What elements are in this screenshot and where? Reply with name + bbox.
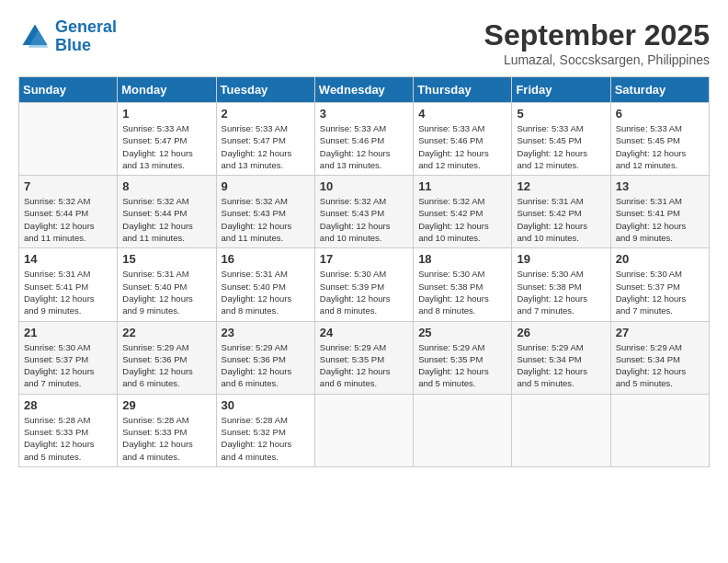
header-friday: Friday (512, 77, 610, 103)
calendar-cell (512, 394, 610, 466)
logo-icon (18, 20, 51, 53)
calendar-cell: 27Sunrise: 5:29 AM Sunset: 5:34 PM Dayli… (610, 321, 709, 394)
day-number: 6 (616, 107, 704, 121)
calendar-cell: 23Sunrise: 5:29 AM Sunset: 5:36 PM Dayli… (216, 321, 314, 394)
day-number: 18 (418, 252, 506, 266)
day-number: 9 (222, 179, 310, 193)
day-info: Sunrise: 5:29 AM Sunset: 5:35 PM Dayligh… (320, 341, 408, 390)
calendar-cell: 15Sunrise: 5:31 AM Sunset: 5:40 PM Dayli… (118, 248, 216, 321)
logo: General Blue (18, 18, 117, 55)
day-number: 1 (122, 107, 210, 121)
day-info: Sunrise: 5:29 AM Sunset: 5:35 PM Dayligh… (418, 341, 506, 390)
calendar-cell: 12Sunrise: 5:31 AM Sunset: 5:42 PM Dayli… (512, 176, 610, 248)
calendar-cell: 7Sunrise: 5:32 AM Sunset: 5:44 PM Daylig… (19, 176, 118, 248)
day-number: 26 (517, 326, 605, 339)
calendar-cell (314, 394, 413, 466)
calendar-cell: 21Sunrise: 5:30 AM Sunset: 5:37 PM Dayli… (19, 321, 118, 394)
day-number: 29 (122, 398, 210, 412)
header-saturday: Saturday (610, 77, 709, 103)
day-number: 19 (517, 252, 605, 266)
day-info: Sunrise: 5:30 AM Sunset: 5:39 PM Dayligh… (320, 268, 408, 316)
calendar-cell: 22Sunrise: 5:29 AM Sunset: 5:36 PM Dayli… (118, 321, 216, 394)
day-number: 16 (222, 252, 310, 266)
day-number: 25 (418, 326, 506, 339)
day-info: Sunrise: 5:30 AM Sunset: 5:37 PM Dayligh… (24, 341, 112, 390)
week-row-2: 7Sunrise: 5:32 AM Sunset: 5:44 PM Daylig… (19, 176, 710, 248)
day-info: Sunrise: 5:31 AM Sunset: 5:42 PM Dayligh… (517, 195, 605, 244)
calendar-cell: 18Sunrise: 5:30 AM Sunset: 5:38 PM Dayli… (414, 248, 512, 321)
logo-line1: General (55, 17, 117, 36)
day-number: 21 (24, 326, 112, 339)
week-row-5: 28Sunrise: 5:28 AM Sunset: 5:33 PM Dayli… (19, 394, 710, 466)
calendar-cell: 29Sunrise: 5:28 AM Sunset: 5:33 PM Dayli… (118, 394, 216, 466)
calendar-cell: 16Sunrise: 5:31 AM Sunset: 5:40 PM Dayli… (216, 248, 314, 321)
day-number: 13 (616, 179, 704, 193)
calendar-cell: 26Sunrise: 5:29 AM Sunset: 5:34 PM Dayli… (512, 321, 610, 394)
day-number: 3 (320, 107, 408, 121)
header-monday: Monday (118, 77, 216, 103)
day-number: 27 (616, 326, 704, 339)
day-number: 10 (320, 179, 408, 193)
calendar-cell (610, 394, 709, 466)
week-row-3: 14Sunrise: 5:31 AM Sunset: 5:41 PM Dayli… (19, 248, 710, 321)
calendar-header-row: SundayMondayTuesdayWednesdayThursdayFrid… (19, 77, 710, 103)
day-info: Sunrise: 5:33 AM Sunset: 5:46 PM Dayligh… (320, 122, 408, 171)
calendar-cell: 2Sunrise: 5:33 AM Sunset: 5:47 PM Daylig… (216, 103, 314, 176)
calendar-cell: 25Sunrise: 5:29 AM Sunset: 5:35 PM Dayli… (414, 321, 512, 394)
day-number: 20 (616, 252, 704, 266)
day-number: 23 (222, 326, 310, 339)
day-info: Sunrise: 5:30 AM Sunset: 5:37 PM Dayligh… (616, 268, 704, 316)
day-number: 28 (24, 398, 112, 412)
day-info: Sunrise: 5:28 AM Sunset: 5:33 PM Dayligh… (24, 414, 112, 463)
day-info: Sunrise: 5:32 AM Sunset: 5:43 PM Dayligh… (320, 195, 408, 244)
logo-text: General Blue (55, 18, 117, 55)
day-info: Sunrise: 5:32 AM Sunset: 5:44 PM Dayligh… (122, 195, 210, 244)
title-block: September 2025 Lumazal, Soccsksargen, Ph… (484, 18, 710, 67)
day-number: 4 (418, 107, 506, 121)
day-number: 7 (24, 179, 112, 193)
header-tuesday: Tuesday (216, 77, 314, 103)
calendar-cell: 4Sunrise: 5:33 AM Sunset: 5:46 PM Daylig… (414, 103, 512, 176)
calendar-cell (414, 394, 512, 466)
day-info: Sunrise: 5:29 AM Sunset: 5:34 PM Dayligh… (517, 341, 605, 390)
day-number: 15 (122, 252, 210, 266)
calendar-cell: 10Sunrise: 5:32 AM Sunset: 5:43 PM Dayli… (314, 176, 413, 248)
day-info: Sunrise: 5:31 AM Sunset: 5:41 PM Dayligh… (24, 268, 112, 316)
header-sunday: Sunday (19, 77, 118, 103)
calendar-cell: 20Sunrise: 5:30 AM Sunset: 5:37 PM Dayli… (610, 248, 709, 321)
calendar-cell: 3Sunrise: 5:33 AM Sunset: 5:46 PM Daylig… (314, 103, 413, 176)
day-info: Sunrise: 5:28 AM Sunset: 5:33 PM Dayligh… (122, 414, 210, 463)
calendar-cell (19, 103, 118, 176)
calendar-cell: 30Sunrise: 5:28 AM Sunset: 5:32 PM Dayli… (216, 394, 314, 466)
day-info: Sunrise: 5:29 AM Sunset: 5:36 PM Dayligh… (122, 341, 210, 390)
week-row-4: 21Sunrise: 5:30 AM Sunset: 5:37 PM Dayli… (19, 321, 710, 394)
calendar-cell: 24Sunrise: 5:29 AM Sunset: 5:35 PM Dayli… (314, 321, 413, 394)
calendar-cell: 14Sunrise: 5:31 AM Sunset: 5:41 PM Dayli… (19, 248, 118, 321)
calendar-cell: 9Sunrise: 5:32 AM Sunset: 5:43 PM Daylig… (216, 176, 314, 248)
calendar-cell: 8Sunrise: 5:32 AM Sunset: 5:44 PM Daylig… (118, 176, 216, 248)
calendar-cell: 5Sunrise: 5:33 AM Sunset: 5:45 PM Daylig… (512, 103, 610, 176)
calendar-cell: 17Sunrise: 5:30 AM Sunset: 5:39 PM Dayli… (314, 248, 413, 321)
day-info: Sunrise: 5:31 AM Sunset: 5:41 PM Dayligh… (616, 195, 704, 244)
calendar-table: SundayMondayTuesdayWednesdayThursdayFrid… (18, 76, 710, 467)
week-row-1: 1Sunrise: 5:33 AM Sunset: 5:47 PM Daylig… (19, 103, 710, 176)
calendar-cell: 11Sunrise: 5:32 AM Sunset: 5:42 PM Dayli… (414, 176, 512, 248)
calendar-cell: 6Sunrise: 5:33 AM Sunset: 5:45 PM Daylig… (610, 103, 709, 176)
day-number: 12 (517, 179, 605, 193)
day-number: 8 (122, 179, 210, 193)
day-info: Sunrise: 5:32 AM Sunset: 5:44 PM Dayligh… (24, 195, 112, 244)
page-header: General Blue September 2025 Lumazal, Soc… (18, 18, 710, 67)
day-info: Sunrise: 5:33 AM Sunset: 5:45 PM Dayligh… (616, 122, 704, 171)
day-info: Sunrise: 5:33 AM Sunset: 5:45 PM Dayligh… (517, 122, 605, 171)
day-number: 30 (222, 398, 310, 412)
day-number: 5 (517, 107, 605, 121)
calendar-cell: 1Sunrise: 5:33 AM Sunset: 5:47 PM Daylig… (118, 103, 216, 176)
calendar-cell: 13Sunrise: 5:31 AM Sunset: 5:41 PM Dayli… (610, 176, 709, 248)
day-number: 14 (24, 252, 112, 266)
day-number: 24 (320, 326, 408, 339)
day-info: Sunrise: 5:31 AM Sunset: 5:40 PM Dayligh… (122, 268, 210, 316)
day-info: Sunrise: 5:29 AM Sunset: 5:34 PM Dayligh… (616, 341, 704, 390)
day-info: Sunrise: 5:33 AM Sunset: 5:46 PM Dayligh… (418, 122, 506, 171)
day-info: Sunrise: 5:28 AM Sunset: 5:32 PM Dayligh… (222, 414, 310, 463)
day-info: Sunrise: 5:29 AM Sunset: 5:36 PM Dayligh… (222, 341, 310, 390)
